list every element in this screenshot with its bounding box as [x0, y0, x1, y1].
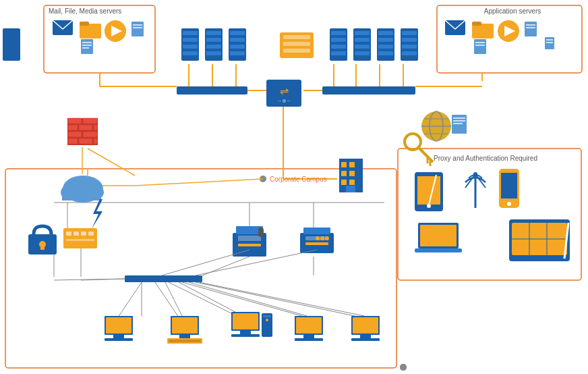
svg-rect-51 — [131, 22, 144, 36]
svg-rect-106 — [402, 45, 417, 49]
svg-rect-211 — [420, 225, 457, 246]
proxy-auth-label: Proxy and Authentication Required — [434, 155, 537, 162]
network-switch-center: ⇌ →⊕← — [266, 80, 301, 107]
svg-line-30 — [169, 282, 239, 317]
folder-icon-1 — [80, 22, 101, 38]
svg-rect-173 — [240, 331, 251, 334]
svg-line-125 — [135, 179, 263, 186]
svg-rect-145 — [341, 180, 347, 185]
globe-doc-icon — [452, 115, 467, 134]
svg-point-209 — [507, 202, 511, 206]
svg-rect-110 — [283, 42, 310, 46]
svg-rect-196 — [453, 117, 465, 119]
ws-line-5 — [199, 282, 364, 316]
svg-rect-139 — [66, 239, 94, 241]
svg-point-206 — [473, 172, 477, 176]
svg-line-160 — [162, 250, 249, 275]
svg-rect-78 — [206, 45, 221, 49]
svg-rect-84 — [230, 51, 245, 55]
svg-rect-47 — [82, 45, 92, 46]
svg-rect-68 — [546, 42, 553, 43]
svg-rect-141 — [341, 162, 347, 167]
svg-rect-64 — [526, 24, 535, 26]
media-play-icon-1 — [105, 20, 126, 42]
file-doc-icon-1 — [81, 39, 93, 54]
server-1 — [181, 28, 199, 61]
svg-rect-44 — [81, 26, 100, 37]
svg-rect-99 — [378, 31, 393, 35]
svg-rect-97 — [355, 51, 370, 55]
svg-rect-179 — [296, 317, 322, 333]
svg-point-177 — [266, 319, 268, 321]
svg-rect-82 — [230, 38, 245, 42]
svg-rect-164 — [113, 335, 124, 338]
svg-rect-59 — [475, 42, 485, 43]
svg-rect-3 — [177, 86, 247, 95]
ws-line-4 — [189, 282, 307, 316]
svg-rect-9 — [322, 86, 415, 95]
workstation-4 — [295, 316, 323, 341]
email-icon-app — [445, 20, 465, 35]
svg-rect-104 — [402, 31, 417, 35]
svg-rect-74 — [3, 28, 20, 61]
corporate-campus-label: Corporate Campus — [270, 176, 326, 183]
svg-line-29 — [155, 282, 179, 317]
svg-rect-116 — [79, 125, 92, 130]
svg-rect-53 — [133, 27, 142, 28]
svg-rect-92 — [331, 51, 346, 55]
svg-rect-136 — [74, 232, 79, 236]
bottom-dot — [400, 364, 407, 371]
svg-rect-198 — [453, 123, 463, 124]
cloud-icon — [61, 176, 104, 203]
svg-point-158 — [320, 236, 324, 240]
svg-rect-138 — [88, 232, 94, 236]
svg-rect-134 — [63, 228, 97, 248]
svg-rect-115 — [68, 125, 78, 130]
svg-rect-174 — [231, 334, 260, 337]
svg-rect-133 — [40, 244, 45, 250]
workstation-2 — [167, 316, 202, 344]
svg-rect-176 — [263, 315, 271, 317]
ws-line-3 — [179, 282, 243, 316]
svg-rect-184 — [360, 335, 371, 338]
svg-line-32 — [196, 282, 361, 317]
svg-rect-143 — [341, 171, 347, 176]
svg-rect-129 — [62, 190, 101, 201]
svg-rect-71 — [183, 38, 198, 42]
svg-rect-109 — [283, 35, 310, 39]
server-doc-icon-1 — [131, 22, 144, 36]
svg-rect-79 — [206, 51, 221, 55]
lower-switch — [125, 275, 202, 282]
svg-rect-77 — [206, 38, 221, 42]
tablet-pen-icon — [415, 172, 443, 211]
svg-rect-90 — [331, 38, 346, 42]
server-3 — [229, 28, 246, 61]
mail-file-media-box — [44, 5, 155, 73]
server-2b — [205, 28, 223, 61]
svg-rect-81 — [230, 31, 245, 35]
svg-line-192 — [418, 147, 433, 162]
modem-icon — [63, 228, 97, 248]
svg-rect-197 — [453, 120, 465, 122]
svg-rect-60 — [475, 45, 485, 46]
svg-rect-58 — [474, 39, 486, 54]
svg-rect-45 — [81, 39, 93, 54]
svg-point-202 — [427, 204, 431, 208]
svg-rect-73 — [183, 51, 198, 55]
svg-marker-130 — [92, 199, 102, 229]
svg-rect-96 — [355, 45, 370, 49]
svg-rect-200 — [417, 176, 440, 205]
firewall-icon — [67, 118, 98, 145]
svg-rect-63 — [525, 22, 537, 36]
svg-rect-57 — [473, 26, 492, 37]
svg-rect-167 — [172, 317, 198, 333]
svg-rect-151 — [238, 244, 261, 246]
svg-rect-67 — [546, 39, 553, 41]
media-play-app — [498, 20, 519, 42]
svg-rect-118 — [68, 132, 82, 137]
workstation-5 — [351, 316, 380, 341]
svg-rect-208 — [501, 173, 517, 198]
svg-rect-119 — [83, 132, 97, 137]
building-icon — [339, 159, 363, 192]
svg-rect-163 — [106, 317, 131, 333]
